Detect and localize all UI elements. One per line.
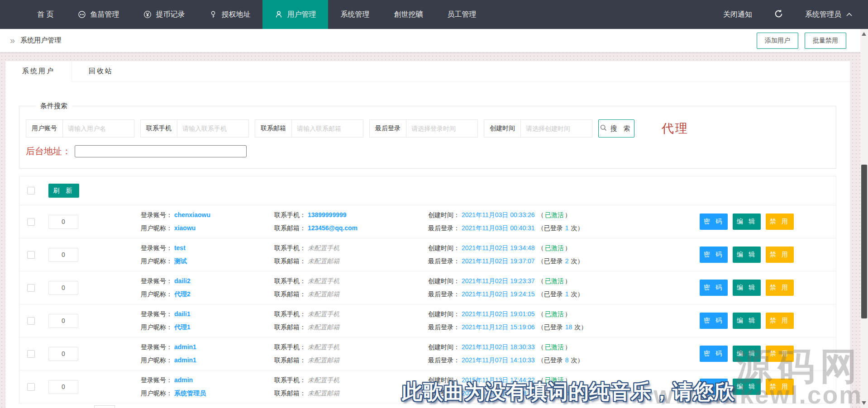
nav-item-withdraw-records[interactable]: 提币记录 (131, 0, 197, 29)
password-button[interactable]: 密 码 (700, 213, 728, 230)
username-input[interactable] (63, 125, 134, 132)
last-login-label: 最后登录： (428, 323, 460, 331)
field-label: 联系手机 (141, 120, 177, 137)
nav-item-home[interactable]: 首 页 (25, 0, 66, 29)
password-button[interactable]: 密 码 (700, 280, 728, 296)
field-created-time: 创建时间 (484, 119, 592, 138)
disable-button[interactable]: 禁 用 (766, 346, 794, 362)
account-link[interactable]: chenxiaowu (174, 211, 210, 218)
created-value: 2021年11月02日 19:34:48 (462, 244, 535, 251)
pagination-control-cutoff[interactable] (94, 405, 115, 408)
backend-address-label: 后台地址： (26, 145, 71, 157)
row-checkbox[interactable] (27, 218, 35, 226)
backend-address-input[interactable] (75, 145, 247, 157)
tab-recycle-bin[interactable]: 回收站 (72, 61, 130, 81)
last-login-value: 2021年11月03日 00:40:31 (462, 224, 535, 232)
password-button[interactable]: 密 码 (700, 346, 728, 362)
created-label: 创建时间： (428, 310, 460, 318)
last-login-label: 最后登录： (428, 224, 460, 232)
nav-item-staff-management[interactable]: 员工管理 (435, 0, 488, 29)
sort-order-input[interactable] (48, 248, 78, 262)
breadcrumb-bar: » 系统用户管理 添加用户 批量禁用 (0, 29, 868, 52)
row-checkbox[interactable] (27, 317, 35, 325)
account-link[interactable]: admin (174, 376, 193, 384)
password-button[interactable]: 密 码 (700, 247, 728, 263)
phone-label: 联系手机： (274, 310, 306, 318)
search-row: 用户账号 联系手机 联系邮箱 最后登录 创建时间 (26, 119, 830, 138)
sort-order-input[interactable] (48, 281, 78, 295)
edit-button[interactable]: 编 辑 (733, 247, 761, 263)
nickname-link[interactable]: 代理2 (174, 290, 191, 298)
sort-order-input[interactable] (48, 380, 78, 394)
edit-button[interactable]: 编 辑 (733, 379, 761, 395)
edit-button[interactable]: 编 辑 (733, 346, 761, 362)
refresh-icon[interactable] (774, 9, 783, 20)
row-checkbox[interactable] (27, 350, 35, 358)
nav-item-label: 授权地址 (221, 10, 250, 19)
scrollbar-up-arrow[interactable] (862, 32, 866, 36)
scrollbar-down-arrow[interactable] (862, 401, 866, 405)
nav-item-system-management[interactable]: 系统管理 (328, 0, 382, 29)
scrollbar-thumb[interactable] (861, 165, 867, 318)
sort-order-input[interactable] (48, 314, 78, 328)
password-button[interactable]: 密 码 (700, 313, 728, 329)
batch-disable-button[interactable]: 批量禁用 (805, 33, 846, 49)
sort-order-input[interactable] (48, 347, 78, 361)
edit-button[interactable]: 编 辑 (733, 213, 761, 230)
vertical-scrollbar[interactable] (860, 29, 868, 408)
sort-order-input[interactable] (48, 215, 78, 229)
nav-item-label: 员工管理 (447, 10, 476, 19)
nav-item-label: 用户管理 (287, 10, 316, 19)
account-label: 登录账号： (141, 376, 172, 384)
nickname-link[interactable]: admin1 (174, 356, 196, 364)
disable-button[interactable]: 禁 用 (766, 247, 794, 263)
email-value: 未配置邮箱 (308, 290, 339, 298)
nickname-link[interactable]: xiaowu (174, 224, 196, 232)
row-checkbox[interactable] (27, 251, 35, 259)
user-menu[interactable]: 系统管理员 (805, 10, 853, 19)
select-all-checkbox[interactable] (27, 187, 35, 195)
nickname-link[interactable]: 系统管理员 (174, 389, 206, 397)
nav-item-genesis-mining[interactable]: 創世挖礦 (382, 0, 435, 29)
field-label: 用户账号 (26, 120, 63, 137)
created-time-input[interactable] (521, 125, 592, 132)
account-link[interactable]: test (174, 244, 186, 251)
table-body: 登录账号： chenxiaowu 用户昵称： xiaowu 联系手机： 1389… (19, 205, 836, 403)
nav-item-user-management[interactable]: 用户管理 (262, 0, 328, 29)
nav-item-auth-address[interactable]: 授权地址 (197, 0, 262, 29)
contact-cell: 联系手机： 未配置手机 联系邮箱： 未配置邮箱 (274, 242, 428, 268)
phone-label: 联系手机： (274, 244, 306, 251)
disable-button[interactable]: 禁 用 (766, 280, 794, 296)
refresh-button[interactable]: 刷 新 (48, 184, 79, 198)
account-link[interactable]: admin1 (174, 343, 196, 351)
nav-item-fish-fry[interactable]: 鱼苗管理 (66, 0, 131, 29)
activated-badge: 已激活 (545, 277, 564, 285)
close-notice-link[interactable]: 关闭通知 (723, 10, 752, 19)
dates-cell: 创建时间：2021年11月02日 19:34:48（已激活） 最后登录：2021… (428, 242, 700, 268)
password-button[interactable]: 密 码 (700, 379, 728, 395)
last-login-value: 2021年11月02日 19:24:15 (462, 290, 535, 298)
edit-button[interactable]: 编 辑 (733, 313, 761, 329)
nickname-link[interactable]: 代理1 (174, 323, 191, 331)
disable-button[interactable]: 禁 用 (766, 313, 794, 329)
row-actions: 密 码 编 辑 禁 用 (700, 247, 794, 263)
table-row: 登录账号： test 用户昵称： 测试 联系手机： 未配置手机 联系邮箱： 未配… (19, 238, 836, 271)
account-link[interactable]: daili1 (174, 310, 191, 318)
disable-button[interactable]: 禁 用 (766, 379, 794, 395)
account-link[interactable]: daili2 (174, 277, 191, 285)
disable-button[interactable]: 禁 用 (766, 213, 794, 230)
phone-input[interactable] (177, 125, 248, 132)
field-phone: 联系手机 (140, 119, 249, 138)
phone-value: 13899999999 (308, 211, 347, 218)
row-checkbox[interactable] (27, 383, 35, 391)
row-checkbox[interactable] (27, 284, 35, 292)
dates-cell: 创建时间：2021年11月02日 19:01:05（已激活） 最后登录：2021… (428, 308, 700, 334)
nickname-link[interactable]: 测试 (174, 257, 187, 265)
search-button[interactable]: 搜 索 (598, 119, 634, 138)
email-input[interactable] (292, 125, 363, 132)
add-user-button[interactable]: 添加用户 (757, 33, 798, 49)
edit-button[interactable]: 编 辑 (733, 280, 761, 296)
created-value: 2021年11月03日 00:33:26 (462, 211, 535, 218)
last-login-input[interactable] (406, 125, 477, 132)
tab-system-users[interactable]: 系统用户 (5, 61, 72, 81)
